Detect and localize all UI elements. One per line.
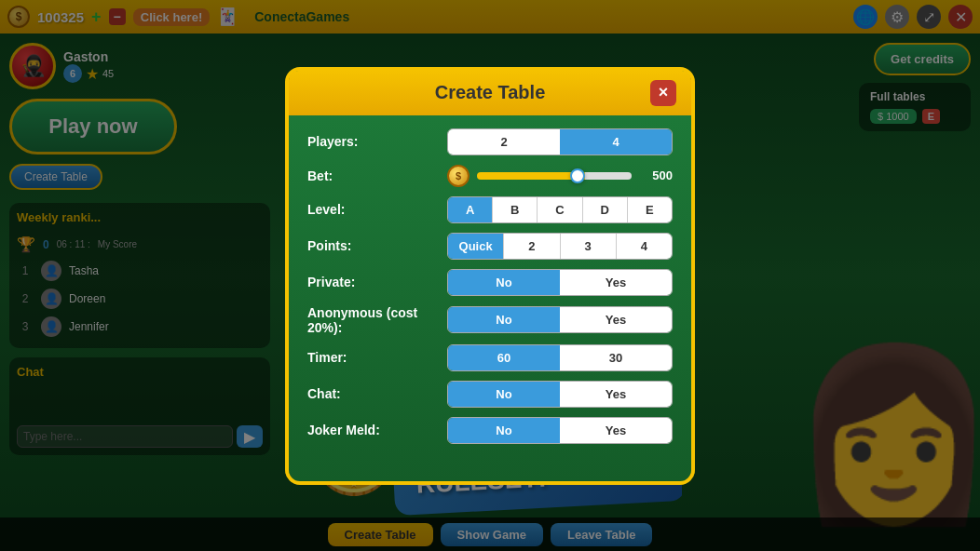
timer-label: Timer: bbox=[307, 350, 438, 365]
private-option-yes[interactable]: Yes bbox=[560, 270, 672, 295]
anonymous-controls: No Yes bbox=[447, 306, 673, 333]
joker-meld-toggle: No Yes bbox=[447, 417, 673, 444]
players-toggle: 2 4 bbox=[447, 128, 673, 155]
level-option-a[interactable]: A bbox=[448, 197, 493, 222]
chat-row-controls: No Yes bbox=[447, 381, 673, 408]
bet-controls: $ 500 bbox=[447, 165, 673, 187]
joker-meld-controls: No Yes bbox=[447, 417, 673, 444]
players-controls: 2 4 bbox=[447, 128, 673, 155]
players-row: Players: 2 4 bbox=[307, 128, 673, 155]
timer-controls: 60 30 bbox=[447, 344, 673, 371]
anonymous-option-no[interactable]: No bbox=[448, 307, 560, 332]
chat-option-no[interactable]: No bbox=[448, 382, 560, 407]
points-option-quick[interactable]: Quick bbox=[448, 234, 504, 259]
timer-option-30[interactable]: 30 bbox=[560, 345, 672, 370]
timer-toggle: 60 30 bbox=[447, 344, 673, 371]
level-controls: A B C D E bbox=[447, 196, 673, 223]
anonymous-row: Anonymous (cost 20%): No Yes bbox=[307, 305, 673, 335]
private-row: Private: No Yes bbox=[307, 269, 673, 296]
chat-option-yes[interactable]: Yes bbox=[560, 382, 672, 407]
level-option-c[interactable]: C bbox=[538, 197, 582, 222]
private-option-no[interactable]: No bbox=[448, 270, 560, 295]
players-option-4[interactable]: 4 bbox=[560, 129, 672, 155]
players-label: Players: bbox=[307, 134, 438, 149]
points-option-4[interactable]: 4 bbox=[617, 234, 672, 259]
points-option-3[interactable]: 3 bbox=[561, 234, 617, 259]
anonymous-label: Anonymous (cost 20%): bbox=[307, 305, 438, 335]
level-option-e[interactable]: E bbox=[628, 197, 672, 222]
level-label: Level: bbox=[307, 202, 438, 217]
timer-row: Timer: 60 30 bbox=[307, 344, 673, 371]
anonymous-toggle: No Yes bbox=[447, 306, 673, 333]
level-option-d[interactable]: D bbox=[583, 197, 628, 222]
modal-overlay: Create Table × Players: 2 4 Bet: $ bbox=[0, 0, 980, 551]
bet-slider-thumb bbox=[570, 168, 585, 183]
bet-coin-icon: $ bbox=[447, 165, 470, 187]
private-toggle: No Yes bbox=[447, 269, 673, 296]
points-label: Points: bbox=[307, 238, 438, 253]
players-option-2[interactable]: 2 bbox=[448, 129, 560, 155]
points-row: Points: Quick 2 3 4 bbox=[307, 233, 673, 260]
joker-meld-row: Joker Meld: No Yes bbox=[307, 417, 673, 444]
bet-row: Bet: $ 500 bbox=[307, 165, 673, 187]
joker-meld-label: Joker Meld: bbox=[307, 423, 438, 437]
bet-slider[interactable] bbox=[477, 172, 632, 180]
bet-value: 500 bbox=[639, 168, 673, 182]
points-controls: Quick 2 3 4 bbox=[447, 233, 673, 260]
chat-row-label: Chat: bbox=[307, 386, 438, 401]
bet-label: Bet: bbox=[307, 168, 438, 183]
private-label: Private: bbox=[307, 275, 438, 289]
chat-toggle: No Yes bbox=[447, 381, 673, 408]
anonymous-option-yes[interactable]: Yes bbox=[560, 307, 672, 332]
bet-slider-row: $ 500 bbox=[447, 165, 673, 187]
modal-header: Create Table × bbox=[289, 71, 691, 115]
level-option-b[interactable]: B bbox=[493, 197, 538, 222]
modal-title: Create Table bbox=[330, 82, 650, 103]
points-option-2[interactable]: 2 bbox=[504, 234, 560, 259]
joker-meld-option-no[interactable]: No bbox=[448, 418, 560, 443]
level-toggle: A B C D E bbox=[447, 196, 673, 223]
level-row: Level: A B C D E bbox=[307, 196, 673, 223]
modal-body: Players: 2 4 Bet: $ 5 bbox=[289, 115, 691, 466]
timer-option-60[interactable]: 60 bbox=[448, 345, 560, 370]
points-toggle: Quick 2 3 4 bbox=[447, 233, 673, 260]
chat-row: Chat: No Yes bbox=[307, 381, 673, 408]
modal-close-button[interactable]: × bbox=[650, 80, 676, 106]
private-controls: No Yes bbox=[447, 269, 673, 296]
joker-meld-option-yes[interactable]: Yes bbox=[560, 418, 672, 443]
create-table-modal: Create Table × Players: 2 4 Bet: $ bbox=[285, 67, 695, 485]
